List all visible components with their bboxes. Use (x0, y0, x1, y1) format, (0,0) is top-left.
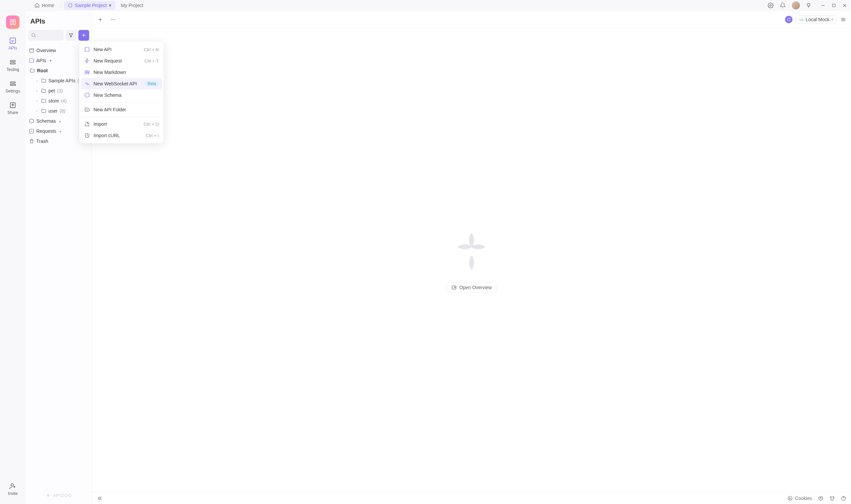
beta-badge: Beta (145, 81, 159, 86)
websocket-icon (84, 81, 90, 87)
folder-icon (41, 98, 47, 104)
upload-icon[interactable] (818, 496, 823, 501)
open-overview-button[interactable]: Open Overview (446, 283, 497, 292)
svg-rect-20 (30, 58, 34, 62)
tab-home[interactable]: Home (30, 1, 58, 10)
rail-item-settings[interactable]: Settings (5, 80, 20, 93)
rail-item-label: APIs (8, 46, 17, 50)
tab-my-project[interactable]: My Project (117, 1, 147, 10)
popover-new-schema[interactable]: New Schema (81, 89, 162, 101)
chevron-right-icon: › (34, 99, 39, 103)
svg-line-15 (35, 36, 36, 37)
svg-rect-32 (85, 71, 89, 74)
folder-plus-icon (84, 107, 90, 113)
bell-icon[interactable] (780, 2, 786, 8)
testing-icon (9, 58, 17, 66)
requests-icon (29, 128, 34, 134)
empty-canvas: Open Overview (92, 28, 851, 492)
popover-label: New API (93, 47, 112, 52)
popover-new-api[interactable]: New API Ctrl + N (81, 44, 162, 55)
tree-label: Requests (36, 128, 56, 134)
window-controls (821, 3, 847, 8)
popover-new-request[interactable]: New Request Ctrl + T (81, 55, 162, 67)
popover-new-folder[interactable]: New API Folder (81, 104, 162, 115)
import-icon (84, 121, 90, 127)
open-overview-label: Open Overview (460, 285, 492, 290)
menu-button[interactable] (840, 17, 846, 22)
share-icon (9, 102, 17, 109)
folder-icon (41, 78, 47, 84)
chevron-down-icon: ▾ (832, 17, 833, 21)
popover-label: New Schema (93, 92, 121, 98)
help-icon[interactable] (841, 496, 846, 501)
rail-item-testing[interactable]: Testing (6, 58, 19, 72)
new-tab-button[interactable] (97, 16, 104, 23)
title-tabs: Home Sample Project × My Project (0, 1, 767, 10)
caret-right-icon: ▸ (58, 119, 63, 123)
more-button[interactable] (110, 16, 117, 23)
search-input[interactable] (28, 30, 64, 41)
app-logo[interactable] (6, 16, 19, 29)
bottom-bar-right: Cookies (787, 496, 846, 501)
gear-icon[interactable] (767, 2, 774, 8)
svg-rect-9 (11, 82, 16, 84)
svg-rect-7 (11, 60, 16, 62)
close-icon[interactable]: × (109, 3, 111, 8)
tab-sample-project[interactable]: Sample Project × (64, 1, 116, 10)
folder-icon (30, 68, 35, 73)
collapse-button[interactable] (97, 495, 103, 501)
popover-separator (82, 102, 161, 103)
schemas-icon (29, 118, 34, 124)
svg-point-11 (15, 84, 16, 86)
caret-down-icon: ▼ (49, 59, 53, 62)
chevron-right-icon: › (34, 89, 39, 93)
tab-separator (61, 3, 61, 8)
tree-label: pet (49, 88, 55, 93)
window-close-icon[interactable] (842, 3, 847, 8)
popover-label: Import cURL (93, 133, 120, 138)
popover-separator (82, 117, 161, 117)
popover-new-markdown[interactable]: New Markdown (81, 67, 162, 78)
svg-point-37 (790, 499, 790, 499)
tab-label: Sample Project (75, 3, 107, 8)
tree-label: Sample APIs (49, 78, 75, 84)
shirt-icon[interactable] (830, 496, 835, 501)
sidebar-title: APIs (25, 15, 92, 30)
caret-right-icon: ▸ (58, 129, 63, 133)
add-button[interactable] (78, 30, 89, 41)
minimize-icon[interactable] (821, 3, 826, 8)
api-icon (84, 47, 90, 52)
svg-point-13 (11, 484, 14, 486)
rail-item-invite[interactable]: Invite (8, 483, 18, 496)
rail-item-apis[interactable]: APIs (8, 37, 17, 50)
avatar[interactable] (792, 1, 800, 10)
popover-new-websocket[interactable]: New WebSocket API Beta (81, 78, 162, 89)
overview-icon (29, 48, 34, 53)
popover-import-curl[interactable]: Import cURL Ctrl + I (81, 130, 162, 141)
popover-import[interactable]: Import Ctrl + O (81, 118, 162, 130)
popover-label: New Request (93, 58, 122, 64)
brand-label: APIDOG (53, 493, 72, 498)
bottom-bar: Cookies (92, 492, 851, 504)
tree-label: Schemas (36, 118, 56, 124)
maximize-icon[interactable] (832, 3, 836, 8)
environment-select[interactable]: Lo Local Mock ▾ (796, 16, 837, 23)
tree-label: store (49, 98, 59, 104)
pin-icon[interactable] (806, 3, 811, 8)
cookies-button[interactable]: Cookies (787, 496, 812, 501)
filter-button[interactable] (66, 30, 76, 41)
rail-item-share[interactable]: Share (7, 102, 18, 115)
popover-shortcut: Ctrl + T (144, 58, 159, 64)
popover-label: New WebSocket API (93, 81, 137, 86)
folder-icon (41, 88, 47, 93)
svg-rect-18 (30, 49, 34, 52)
tree-count: (3) (57, 88, 63, 93)
invite-icon (9, 483, 17, 490)
tree-label: APIs (36, 58, 47, 63)
markdown-icon (84, 69, 90, 75)
empty-state-icon (448, 228, 495, 275)
rail-item-label: Share (7, 110, 18, 115)
popover-label: New Markdown (93, 70, 126, 75)
refresh-button[interactable] (785, 16, 793, 23)
svg-point-24 (111, 19, 112, 19)
